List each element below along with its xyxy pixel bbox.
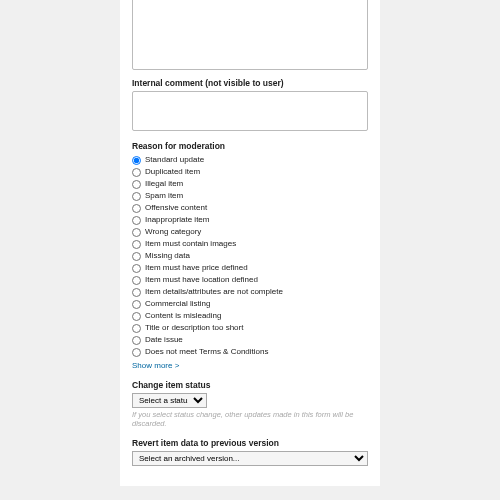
reason-radio-label: Duplicated item bbox=[145, 166, 200, 178]
reason-radio[interactable] bbox=[132, 240, 141, 249]
reason-option[interactable]: Date issue bbox=[132, 334, 368, 346]
internal-comment-label: Internal comment (not visible to user) bbox=[132, 78, 368, 88]
reason-radio[interactable] bbox=[132, 264, 141, 273]
reason-option[interactable]: Standard update bbox=[132, 154, 368, 166]
reason-radio[interactable] bbox=[132, 288, 141, 297]
reason-radio-label: Offensive content bbox=[145, 202, 207, 214]
reason-radio[interactable] bbox=[132, 252, 141, 261]
reason-option[interactable]: Duplicated item bbox=[132, 166, 368, 178]
reason-radio-label: Item details/attributes are not complete bbox=[145, 286, 283, 298]
reason-radio-label: Spam item bbox=[145, 190, 183, 202]
reason-option[interactable]: Illegal item bbox=[132, 178, 368, 190]
internal-comment-textarea[interactable] bbox=[132, 91, 368, 131]
reason-option[interactable]: Offensive content bbox=[132, 202, 368, 214]
reason-option[interactable]: Title or description too short bbox=[132, 322, 368, 334]
reason-option[interactable]: Spam item bbox=[132, 190, 368, 202]
reason-radio-label: Wrong category bbox=[145, 226, 201, 238]
reason-option[interactable]: Item must contain images bbox=[132, 238, 368, 250]
reason-radio-label: Title or description too short bbox=[145, 322, 243, 334]
reason-option[interactable]: Item must have price defined bbox=[132, 262, 368, 274]
reason-option[interactable]: Inappropriate item bbox=[132, 214, 368, 226]
reason-option[interactable]: Does not meet Terms & Conditions bbox=[132, 346, 368, 358]
reason-radio-label: Date issue bbox=[145, 334, 183, 346]
moderation-panel: Internal comment (not visible to user) R… bbox=[120, 0, 380, 486]
reason-option[interactable]: Item must have location defined bbox=[132, 274, 368, 286]
reason-radio-label: Illegal item bbox=[145, 178, 183, 190]
reason-radio[interactable] bbox=[132, 192, 141, 201]
reason-option[interactable]: Missing data bbox=[132, 250, 368, 262]
reason-radio[interactable] bbox=[132, 156, 141, 165]
reason-radio[interactable] bbox=[132, 324, 141, 333]
reason-radio[interactable] bbox=[132, 228, 141, 237]
revert-label: Revert item data to previous version bbox=[132, 438, 368, 448]
reason-radio-label: Content is misleading bbox=[145, 310, 221, 322]
reason-radio-label: Item must have price defined bbox=[145, 262, 248, 274]
reason-radio[interactable] bbox=[132, 204, 141, 213]
reason-radio[interactable] bbox=[132, 348, 141, 357]
reason-radio[interactable] bbox=[132, 300, 141, 309]
reason-radio-label: Missing data bbox=[145, 250, 190, 262]
reason-option[interactable]: Content is misleading bbox=[132, 310, 368, 322]
reason-option[interactable]: Commercial listing bbox=[132, 298, 368, 310]
reason-radio-label: Commercial listing bbox=[145, 298, 210, 310]
reason-radio[interactable] bbox=[132, 180, 141, 189]
comment-textarea[interactable] bbox=[132, 0, 368, 70]
revert-section: Revert item data to previous version Sel… bbox=[132, 438, 368, 466]
reason-radio[interactable] bbox=[132, 312, 141, 321]
reason-radio-label: Standard update bbox=[145, 154, 204, 166]
show-more-link[interactable]: Show more > bbox=[132, 361, 179, 370]
reason-radio[interactable] bbox=[132, 168, 141, 177]
reason-radio[interactable] bbox=[132, 276, 141, 285]
reason-option[interactable]: Wrong category bbox=[132, 226, 368, 238]
status-hint: If you select status change, other updat… bbox=[132, 410, 368, 428]
reason-radio[interactable] bbox=[132, 336, 141, 345]
reason-label: Reason for moderation bbox=[132, 141, 368, 151]
revert-select[interactable]: Select an archived version... bbox=[132, 451, 368, 466]
reason-radio-group: Standard updateDuplicated itemIllegal it… bbox=[132, 154, 368, 358]
change-status-section: Change item status Select a status... If… bbox=[132, 380, 368, 428]
change-status-label: Change item status bbox=[132, 380, 368, 390]
reason-radio-label: Item must have location defined bbox=[145, 274, 258, 286]
reason-radio-label: Item must contain images bbox=[145, 238, 236, 250]
reason-radio-label: Does not meet Terms & Conditions bbox=[145, 346, 268, 358]
reason-option[interactable]: Item details/attributes are not complete bbox=[132, 286, 368, 298]
status-select[interactable]: Select a status... bbox=[132, 393, 207, 408]
reason-radio[interactable] bbox=[132, 216, 141, 225]
reason-radio-label: Inappropriate item bbox=[145, 214, 209, 226]
